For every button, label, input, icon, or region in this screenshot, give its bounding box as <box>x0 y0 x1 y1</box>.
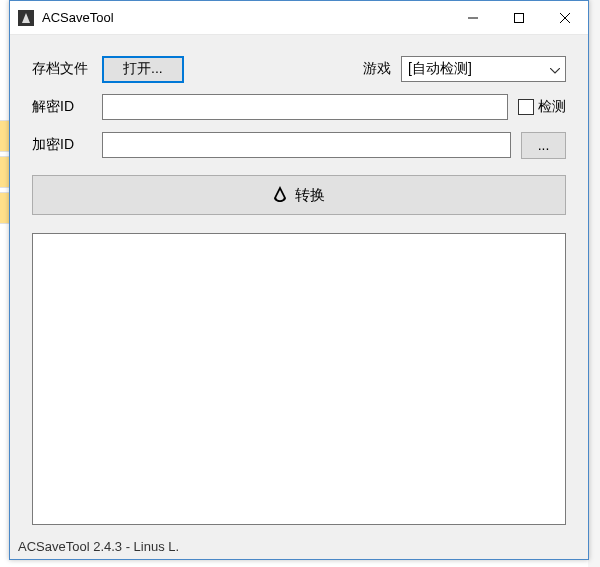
game-select[interactable]: [自动检测] <box>401 56 566 82</box>
titlebar[interactable]: ACSaveTool <box>10 1 588 35</box>
label-save-file: 存档文件 <box>32 60 92 78</box>
status-text: ACSaveTool 2.4.3 - Linus L. <box>18 539 179 554</box>
convert-button[interactable]: 转换 <box>32 175 566 215</box>
close-button[interactable] <box>542 1 588 34</box>
status-bar: ACSaveTool 2.4.3 - Linus L. <box>10 533 588 559</box>
game-select-value: [自动检测] <box>401 56 566 82</box>
app-window: ACSaveTool 存档文件 打开... 游戏 [自动检测] <box>9 0 589 560</box>
label-decrypt-id: 解密ID <box>32 98 92 116</box>
app-icon <box>18 10 34 26</box>
detect-checkbox[interactable] <box>518 99 534 115</box>
detect-checkbox-wrap[interactable]: 检测 <box>518 98 566 116</box>
background-edge <box>588 0 600 567</box>
label-game: 游戏 <box>363 60 391 78</box>
decrypt-id-input[interactable] <box>102 94 508 120</box>
minimize-button[interactable] <box>450 1 496 34</box>
convert-label: 转换 <box>295 186 325 205</box>
maximize-button[interactable] <box>496 1 542 34</box>
window-controls <box>450 1 588 34</box>
convert-icon <box>273 186 287 205</box>
row-save-file: 存档文件 打开... 游戏 [自动检测] <box>32 55 566 83</box>
label-detect: 检测 <box>538 98 566 116</box>
client-area: 存档文件 打开... 游戏 [自动检测] 解密ID 检测 加密ID ... <box>10 35 588 533</box>
open-button[interactable]: 打开... <box>102 56 184 83</box>
svg-rect-2 <box>515 13 524 22</box>
browse-button[interactable]: ... <box>521 132 566 159</box>
log-textarea[interactable] <box>32 233 566 525</box>
row-decrypt-id: 解密ID 检测 <box>32 93 566 121</box>
row-encrypt-id: 加密ID ... <box>32 131 566 159</box>
encrypt-id-input[interactable] <box>102 132 511 158</box>
label-encrypt-id: 加密ID <box>32 136 92 154</box>
window-title: ACSaveTool <box>42 10 450 25</box>
